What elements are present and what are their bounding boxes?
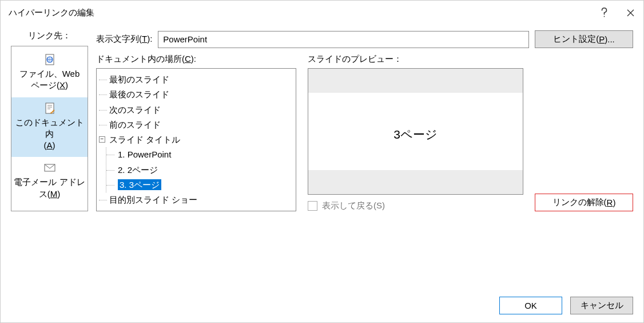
tree-node-first[interactable]: 最初のスライド	[99, 72, 293, 87]
slide-preview: 3ページ	[308, 68, 523, 195]
link-to-email-label-2a: ス(	[39, 189, 50, 199]
tree-node-last[interactable]: 最後のスライド	[99, 87, 293, 102]
tree-node-custom-shows[interactable]: 目的別スライド ショー	[99, 192, 293, 207]
link-to-this-document[interactable]: このドキュメント内 (A)	[11, 97, 88, 157]
link-to-file-web-key: X	[59, 80, 65, 90]
link-to-file-web-label-1: ファイル、Web	[19, 69, 80, 78]
file-web-icon	[43, 53, 57, 66]
link-to-email[interactable]: 電子メール アドレ ス(M)	[11, 157, 88, 206]
link-to-label: リンク先：	[11, 30, 88, 41]
link-to-file-web[interactable]: ファイル、Web ページ(X)	[11, 49, 88, 97]
preview-text: 3ページ	[308, 127, 523, 143]
link-to-this-doc-label-1: このドキュメント内	[15, 117, 84, 139]
remove-link-button[interactable]: リンクの解除(R)	[535, 194, 633, 211]
link-to-file-web-label-2b: )	[65, 80, 68, 90]
link-to-email-label-2b: )	[57, 189, 60, 199]
hint-settings-button[interactable]: ヒント設定(P)...	[535, 30, 633, 48]
show-and-return-label: 表示して戻る(S)	[322, 200, 385, 211]
tree-slide-1[interactable]: 1. PowerPoint	[106, 147, 293, 162]
edit-hyperlink-dialog: ハイパーリンクの編集 リンク先： ファイル、Web ページ(X)	[0, 0, 644, 323]
ok-button[interactable]: OK	[499, 297, 562, 314]
location-label: ドキュメント内の場所(C):	[96, 54, 296, 65]
link-to-email-key: M	[50, 189, 58, 199]
location-tree[interactable]: 最初のスライド 最後のスライド 次のスライド 前のスライド − スライド タイト…	[96, 68, 296, 211]
preview-label: スライドのプレビュー：	[308, 54, 523, 65]
tree-node-prev[interactable]: 前のスライド	[99, 117, 293, 132]
collapse-icon[interactable]: −	[99, 136, 105, 143]
document-place-icon	[43, 102, 57, 115]
close-button[interactable]	[617, 1, 643, 25]
link-to-this-doc-key: A	[46, 140, 52, 150]
dialog-title: ハイパーリンクの編集	[9, 7, 591, 18]
link-to-panel: ファイル、Web ページ(X) このドキュメント内 (A) 電子メール アドレ …	[11, 46, 88, 211]
tree-slide-3[interactable]: 3. 3ページ	[106, 178, 293, 192]
tree-slide-2[interactable]: 2. 2ページ	[106, 163, 293, 178]
show-and-return-checkbox[interactable]	[308, 201, 317, 211]
link-to-email-label-1: 電子メール アドレ	[14, 177, 85, 187]
titlebar: ハイパーリンクの編集	[1, 1, 643, 25]
tree-node-next[interactable]: 次のスライド	[99, 103, 293, 117]
tree-node-slide-titles[interactable]: − スライド タイトル 1. PowerPoint 2. 2ページ 3. 3ペー…	[99, 132, 293, 192]
display-text-input[interactable]	[158, 31, 529, 48]
link-to-file-web-label-2a: ページ(	[31, 80, 59, 90]
cancel-button[interactable]: キャンセル	[570, 297, 633, 314]
email-icon	[43, 162, 57, 174]
link-to-this-doc-label-2b: )	[53, 140, 55, 150]
display-text-label: 表示文字列(T):	[96, 34, 152, 45]
help-button[interactable]	[591, 1, 617, 25]
